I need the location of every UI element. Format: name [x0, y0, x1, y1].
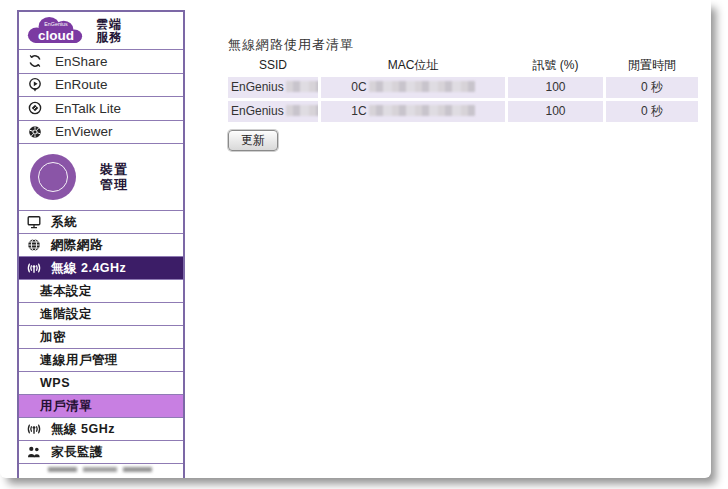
sidebar-item-label: 網際網路: [51, 237, 103, 254]
globe-icon: [26, 237, 42, 253]
viewer-icon: [27, 124, 43, 140]
column-header-idle: 閒置時間: [606, 57, 698, 74]
sidebar-item-enshare[interactable]: EnShare: [19, 50, 183, 74]
sidebar-item-client-management[interactable]: 連線用戶管理: [19, 349, 183, 372]
sidebar-item-label: EnTalk Lite: [55, 101, 121, 116]
redacted-ssid-suffix: [286, 81, 318, 92]
sidebar-item-wireless-5ghz[interactable]: 無線 5GHz: [19, 418, 183, 441]
device-circle-icon: [30, 154, 76, 200]
brand-tagline: 雲端 服務: [96, 18, 122, 44]
sidebar-item-label: WPS: [40, 376, 70, 390]
table-cell-idle: 0 秒: [606, 101, 698, 122]
wifi-icon: [26, 260, 42, 276]
redacted-mac-suffix: [369, 105, 475, 116]
talk-icon: [27, 100, 43, 116]
wireless-clients-table: SSID MAC位址 訊號 (%) 閒置時間 EnGenius 0C 100 0…: [228, 57, 698, 122]
sidebar-item-parental-control[interactable]: 家長監護: [19, 441, 183, 464]
route-icon: [27, 77, 43, 93]
sidebar-item-internet[interactable]: 網際網路: [19, 234, 183, 257]
sidebar-item-label: EnViewer: [55, 124, 113, 139]
table-cell-signal: 100: [508, 77, 603, 98]
page-title: 無線網路使用者清單: [228, 36, 354, 54]
parental-icon: [26, 444, 42, 460]
engenius-cloud-logo-icon: EnGenius cloud: [24, 14, 86, 47]
sidebar: EnGenius cloud 雲端 服務 EnShare: [17, 10, 185, 478]
sidebar-item-label: 連線用戶管理: [40, 352, 118, 369]
column-header-ssid: SSID: [228, 57, 318, 74]
sidebar-item-client-list[interactable]: 用戶清單: [19, 395, 183, 418]
refresh-button[interactable]: 更新: [228, 130, 278, 151]
sidebar-item-label: EnShare: [55, 54, 108, 69]
table-cell-idle: 0 秒: [606, 77, 698, 98]
sidebar-item-encryption[interactable]: 加密: [19, 326, 183, 349]
sidebar-item-wireless-24ghz[interactable]: 無線 2.4GHz: [19, 257, 183, 280]
sidebar-item-entalk-lite[interactable]: EnTalk Lite: [19, 97, 183, 121]
device-tagline: 裝置 管理: [100, 162, 128, 192]
brand-logo[interactable]: EnGenius cloud 雲端 服務: [19, 12, 183, 50]
sidebar-item-label: 基本設定: [40, 283, 92, 300]
sidebar-item-label: 家長監護: [51, 444, 103, 461]
column-header-signal: 訊號 (%): [508, 57, 603, 74]
clipped-label-smudge: [48, 467, 152, 472]
logo-top-text: EnGenius: [44, 21, 68, 27]
sidebar-item-clipped[interactable]: [19, 464, 183, 478]
sidebar-item-label: EnRoute: [55, 77, 108, 92]
sidebar-item-enviewer[interactable]: EnViewer: [19, 121, 183, 145]
redacted-mac-suffix: [369, 81, 475, 92]
redacted-ssid-suffix: [286, 105, 318, 116]
sidebar-item-label: 進階設定: [40, 306, 92, 323]
app-window: EnGenius cloud 雲端 服務 EnShare: [0, 0, 711, 478]
table-cell-ssid: EnGenius: [228, 77, 318, 98]
sidebar-item-label: 無線 5GHz: [51, 421, 115, 438]
sidebar-item-wps[interactable]: WPS: [19, 372, 183, 395]
sidebar-item-advanced-settings[interactable]: 進階設定: [19, 303, 183, 326]
device-section: 裝置 管理: [19, 144, 183, 211]
sidebar-item-basic-settings[interactable]: 基本設定: [19, 280, 183, 303]
sidebar-item-enroute[interactable]: EnRoute: [19, 74, 183, 98]
table-cell-ssid: EnGenius: [228, 101, 318, 122]
logo-main-text: cloud: [38, 28, 74, 43]
table-cell-mac: 1C: [321, 101, 505, 122]
sidebar-item-label: 系統: [51, 214, 77, 231]
column-header-mac: MAC位址: [321, 57, 505, 74]
sidebar-item-system[interactable]: 系統: [19, 211, 183, 234]
sidebar-item-label: 用戶清單: [40, 398, 92, 415]
table-cell-mac: 0C: [321, 77, 505, 98]
table-cell-signal: 100: [508, 101, 603, 122]
sidebar-item-label: 無線 2.4GHz: [51, 260, 126, 277]
sidebar-item-label: 加密: [40, 329, 66, 346]
monitor-icon: [26, 214, 42, 230]
share-icon: [27, 53, 43, 69]
wifi-icon: [26, 421, 42, 437]
